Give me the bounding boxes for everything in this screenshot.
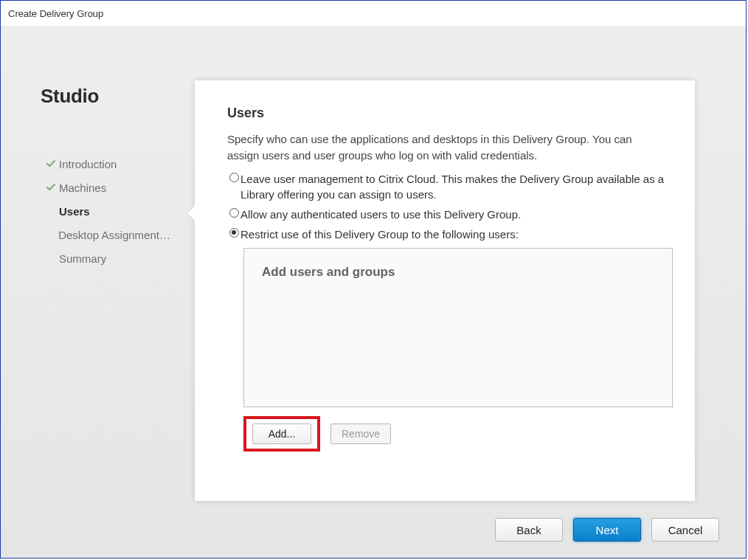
step-item-introduction[interactable]: Introduction — [41, 152, 173, 176]
add-users-button[interactable]: Add... — [252, 424, 311, 444]
check-icon — [45, 230, 56, 239]
radio-option-label: Restrict use of this Delivery Group to t… — [240, 227, 667, 242]
wizard-footer: Back Next Cancel — [1, 518, 746, 542]
window-title: Create Delivery Group — [8, 8, 103, 19]
step-item-label: Users — [59, 205, 90, 218]
window-titlebar: Create Delivery Group — [1, 1, 746, 26]
user-assignment-options: Leave user management to Citrix Cloud. T… — [227, 171, 667, 242]
step-item-users[interactable]: Users — [41, 199, 173, 223]
step-list: IntroductionMachinesUsersDesktop Assignm… — [41, 152, 192, 270]
users-list-box[interactable]: Add users and groups — [243, 248, 673, 407]
panel-description: Specify who can use the applications and… — [227, 131, 667, 164]
radio-option-0[interactable]: Leave user management to Citrix Cloud. T… — [227, 171, 667, 202]
step-item-desktop-assignment-r[interactable]: Desktop Assignment R... — [41, 223, 173, 246]
radio-option-label: Leave user management to Citrix Cloud. T… — [240, 171, 667, 202]
panel-arrow-notch — [187, 206, 195, 221]
step-item-machines[interactable]: Machines — [41, 176, 173, 199]
check-icon — [45, 254, 57, 263]
step-item-label: Machines — [59, 182, 106, 194]
cancel-button[interactable]: Cancel — [651, 518, 719, 542]
wizard-window: Create Delivery Group Studio Introductio… — [0, 0, 747, 559]
wizard-sidebar: Studio IntroductionMachinesUsersDesktop … — [41, 85, 192, 270]
add-button-highlight: Add... — [243, 416, 320, 452]
step-item-summary[interactable]: Summary — [41, 246, 173, 270]
check-icon — [45, 207, 57, 215]
next-button[interactable]: Next — [573, 518, 641, 542]
back-button[interactable]: Back — [495, 518, 563, 542]
radio-option-2[interactable]: Restrict use of this Delivery Group to t… — [227, 227, 667, 242]
check-icon — [45, 183, 57, 192]
radio-option-1[interactable]: Allow any authenticated users to use thi… — [227, 207, 667, 222]
radio-icon — [227, 228, 240, 238]
users-list-placeholder: Add users and groups — [262, 265, 654, 280]
step-item-label: Summary — [59, 252, 106, 265]
remove-users-button[interactable]: Remove — [330, 424, 391, 444]
radio-icon — [227, 173, 240, 182]
radio-option-label: Allow any authenticated users to use thi… — [240, 207, 667, 222]
users-list-buttons: Add... Remove — [243, 416, 667, 452]
panel-content: Users Specify who can use the applicatio… — [195, 80, 695, 466]
panel-heading: Users — [227, 106, 667, 121]
studio-brand-title: Studio — [41, 85, 192, 108]
radio-icon — [227, 208, 240, 218]
check-icon — [45, 159, 57, 168]
step-item-label: Desktop Assignment R... — [58, 229, 173, 241]
wizard-panel: Users Specify who can use the applicatio… — [195, 80, 695, 501]
step-item-label: Introduction — [59, 158, 117, 170]
wizard-client-area: Studio IntroductionMachinesUsersDesktop … — [1, 26, 746, 558]
